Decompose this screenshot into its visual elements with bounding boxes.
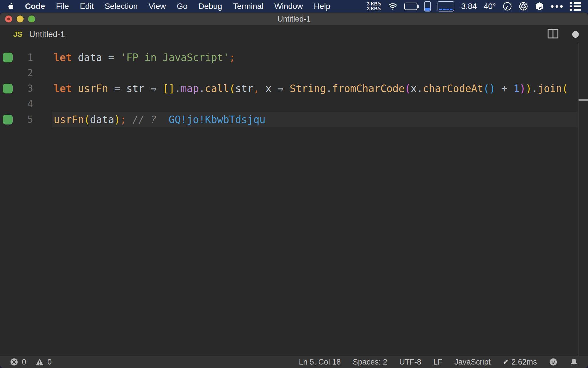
code-line-4[interactable]: 4	[0, 96, 588, 112]
split-editor-icon[interactable]	[548, 29, 558, 40]
quokka-coverage-indicator	[3, 115, 13, 124]
code-editor[interactable]: 1let data = 'FP in JavaScript';23let usr…	[0, 43, 588, 356]
indentation[interactable]: Spaces: 2	[353, 358, 387, 367]
minimize-button[interactable]	[17, 16, 24, 22]
menu-go[interactable]: Go	[171, 2, 193, 11]
macos-menu-bar: CodeFileEditSelectionViewGoDebugTerminal…	[0, 0, 588, 13]
list-menu-icon[interactable]	[570, 2, 581, 11]
download-speed: 3 KB/s	[367, 6, 381, 11]
unsaved-changes-indicator[interactable]	[572, 31, 579, 38]
aperture-icon[interactable]	[519, 2, 528, 11]
feedback-smiley-icon[interactable]	[549, 358, 558, 366]
menu-file[interactable]: File	[51, 2, 74, 11]
close-button[interactable]	[5, 16, 12, 22]
line-number[interactable]: 5	[11, 112, 33, 127]
cursor-position[interactable]: Ln 5, Col 18	[299, 358, 341, 367]
menu-terminal[interactable]: Terminal	[228, 2, 269, 11]
menu-help[interactable]: Help	[308, 2, 336, 11]
code-line-1[interactable]: 1let data = 'FP in JavaScript';	[0, 50, 588, 65]
warnings-icon	[35, 358, 44, 366]
code-line-3[interactable]: 3let usrFn = str ⇒ [].map.call(str, x ⇒ …	[0, 81, 588, 96]
zoom-button[interactable]	[28, 16, 35, 22]
code-text: let usrFn = str ⇒ [].map.call(str, x ⇒ S…	[54, 81, 568, 96]
memory-gauge-icon[interactable]	[424, 1, 431, 12]
network-speed-indicator[interactable]: 3 KB/s 3 KB/s	[367, 1, 381, 11]
line-number[interactable]: 4	[11, 96, 33, 112]
menu-debug[interactable]: Debug	[193, 2, 228, 11]
menu-edit[interactable]: Edit	[74, 2, 99, 11]
language-mode[interactable]: JavaScript	[454, 358, 491, 367]
eol-sequence[interactable]: LF	[433, 358, 442, 367]
temperature[interactable]: 40°	[484, 2, 496, 11]
check-icon: ✔	[503, 357, 509, 367]
line-number[interactable]: 2	[11, 65, 33, 81]
menu-selection[interactable]: Selection	[99, 2, 143, 11]
warning-count: 0	[47, 358, 52, 367]
code-line-2[interactable]: 2	[0, 65, 588, 81]
clock-gauge-icon[interactable]	[503, 2, 512, 11]
code-text: let data = 'FP in JavaScript';	[54, 50, 235, 65]
error-count: 0	[22, 358, 26, 367]
code-line-5[interactable]: 5usrFn(data); // ? GQ!jo!KbwbTdsjqu	[0, 112, 588, 127]
quokka-perf-indicator[interactable]: ✔ 2.62ms	[503, 357, 537, 367]
errors-icon	[10, 358, 18, 366]
menu-code[interactable]: Code	[20, 2, 51, 11]
encoding[interactable]: UTF-8	[399, 358, 421, 367]
status-bar: 0 0 Ln 5, Col 18 Spaces: 2 UTF-8 LF Java…	[0, 356, 588, 368]
tab-label: Untitled-1	[29, 30, 65, 39]
quokka-coverage-indicator	[3, 53, 13, 62]
battery-icon[interactable]	[404, 3, 417, 10]
quokka-coverage-indicator	[3, 84, 13, 93]
apple-menu-icon[interactable]	[7, 2, 15, 11]
ellipsis-icon[interactable]	[551, 5, 563, 8]
editor-tab[interactable]: JS Untitled-1	[0, 25, 588, 43]
javascript-file-icon: JS	[13, 30, 22, 39]
load-average[interactable]: 3.84	[461, 2, 477, 11]
line-number[interactable]: 3	[11, 81, 33, 96]
problems-indicator[interactable]: 0 0	[10, 358, 52, 367]
cursor-position-marker	[579, 99, 588, 101]
cpu-gauge-icon[interactable]	[438, 1, 454, 12]
overview-ruler[interactable]	[578, 43, 579, 356]
window-title-bar[interactable]: Untitled-1	[0, 13, 588, 25]
notifications-bell-icon[interactable]	[570, 358, 578, 366]
menu-bar-status-cluster: 3 KB/s 3 KB/s 3.84 40°	[367, 1, 584, 12]
line-number[interactable]: 1	[11, 50, 33, 65]
window-title: Untitled-1	[0, 15, 588, 24]
menu-view[interactable]: View	[143, 2, 171, 11]
upload-speed: 3 KB/s	[367, 1, 381, 6]
wifi-icon[interactable]	[388, 2, 397, 11]
app-cube-icon[interactable]	[535, 2, 544, 11]
vscode-window: Untitled-1 JS Untitled-1 1let data = 'FP…	[0, 13, 588, 368]
code-text: usrFn(data); // ? GQ!jo!KbwbTdsjqu	[54, 112, 266, 127]
menu-window[interactable]: Window	[269, 2, 308, 11]
